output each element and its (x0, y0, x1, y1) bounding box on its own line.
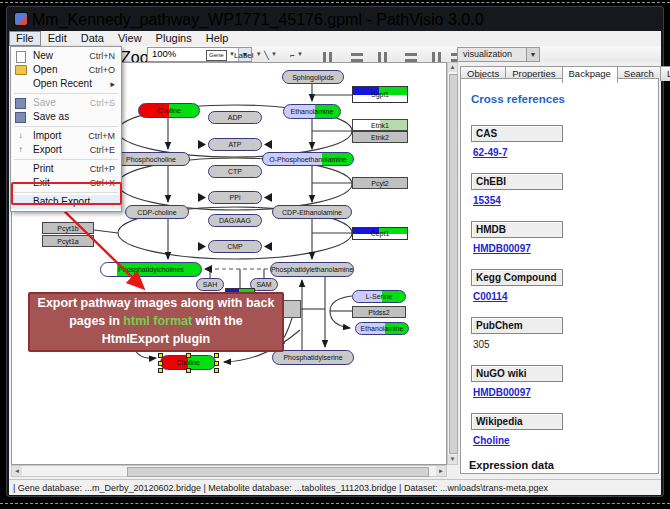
common-height-icon[interactable] (400, 47, 422, 63)
selection-handle[interactable] (214, 353, 219, 358)
pathway-node-phosphatidylserine[interactable]: Phosphatidylserine (272, 350, 354, 365)
pathway-node-pcyt1b[interactable]: Pcyt1b (42, 222, 94, 234)
zoom-value: 100% (152, 48, 176, 59)
menu-file[interactable]: File (9, 31, 41, 46)
align-middle-icon[interactable] (346, 47, 368, 63)
file-menu-item-new[interactable]: NewCtrl+N (11, 49, 121, 63)
menu-data[interactable]: Data (74, 31, 111, 46)
tab-backpage[interactable]: Backpage (562, 66, 618, 83)
menu-help[interactable]: Help (199, 31, 236, 46)
reference-id-link[interactable]: 62-49-7 (473, 147, 658, 158)
file-menu-item-save: SaveCtrl+S (11, 96, 121, 110)
selection-handle[interactable] (158, 353, 163, 358)
menu-view[interactable]: View (111, 31, 149, 46)
reference-section: NuGO wikiHMDB00097 (471, 363, 658, 398)
pathway-node-etnk1[interactable]: Etnk1 (352, 119, 408, 131)
file-menu-item-print[interactable]: PrintCtrl+P (11, 162, 121, 176)
reference-id-link[interactable]: 15354 (473, 195, 658, 206)
pathway-node-ptdss2[interactable]: Ptdss2 (352, 306, 406, 318)
pathway-node-l-serine[interactable]: L-Serine (352, 290, 406, 303)
pathway-node-ethanolamine[interactable]: Ethanolamine (355, 322, 409, 335)
visualization-value: visualization (463, 49, 512, 59)
pathway-node-sgpl1[interactable]: Sgpl1 (352, 86, 408, 103)
chevron-down-icon[interactable]: ▼ (526, 48, 539, 61)
selection-handle[interactable] (158, 361, 163, 366)
node-label: SAH (203, 281, 217, 288)
pathway-node-sah[interactable]: SAH (196, 278, 224, 291)
pathway-node-sphingolipids[interactable]: Sphingolipids (282, 70, 344, 84)
file-menu-item-save-as[interactable]: Save as (11, 110, 121, 124)
visualization-combobox[interactable]: visualization ▼ (457, 47, 540, 62)
pathway-node-ppi[interactable]: PPi (208, 191, 262, 204)
pathway-node-cmp[interactable]: CMP (208, 240, 262, 253)
pathway-node[interactable] (283, 300, 301, 318)
menu-item-spacer (15, 164, 26, 174)
pathway-node-phosphatidylcholines[interactable]: Phosphatidylcholines (100, 262, 202, 277)
cross-references-heading: Cross references (471, 93, 658, 105)
pathway-node-pcyt1a[interactable]: Pcyt1a (42, 235, 94, 247)
pathway-node-choline[interactable]: Choline (160, 355, 216, 370)
pathway-node-atp[interactable]: ATP (208, 138, 262, 151)
pathway-node-cept1[interactable]: Cept1 (352, 227, 408, 240)
connector-tool-icon: ⌐ (290, 51, 295, 60)
horizontal-scroll-thumb[interactable] (127, 467, 429, 477)
align-center-icon[interactable] (318, 47, 340, 63)
vertical-scrollbar[interactable]: ▲ ▼ (447, 62, 458, 465)
menu-item-spacer (15, 79, 26, 89)
pathway-node-phosphatidylethanolamine[interactable]: Phosphatidylethanolamine (270, 262, 354, 277)
reference-source-header: Wikipedia (471, 413, 563, 430)
pathway-node-ethanolamine[interactable]: Ethanolamine (283, 104, 341, 119)
pathway-node-o-phosphoethanolamine[interactable]: O-Phosphoethanolamine (262, 152, 354, 166)
selection-handle[interactable] (158, 368, 163, 373)
screen-top-dashes (0, 2, 670, 3)
pathway-node-cdp-ethanolamine[interactable]: CDP-Ethanolamine (272, 205, 352, 219)
pathway-node-choline[interactable]: Choline (138, 103, 200, 118)
app-icon (15, 13, 27, 25)
scroll-left-icon[interactable]: ◄ (12, 466, 22, 476)
reference-id-link[interactable]: HMDB00097 (473, 243, 658, 254)
pathway-node-pcyt2[interactable]: Pcyt2 (352, 177, 408, 189)
scroll-right-icon[interactable]: ► (436, 466, 446, 476)
node-label: CDP-Ethanolamine (282, 209, 342, 216)
selection-handle[interactable] (186, 353, 191, 358)
menu-item-shortcut: Ctrl+O (89, 63, 115, 77)
pathway-node-adp[interactable]: ADP (208, 111, 262, 124)
node-label: CMP (227, 243, 243, 250)
pathway-node-ctp[interactable]: CTP (208, 165, 262, 178)
file-menu-item-open[interactable]: OpenCtrl+O (11, 63, 121, 77)
new-label-button[interactable]: Label ▼ (233, 47, 263, 62)
menu-item-shortcut: Ctrl+P (90, 162, 115, 176)
pathway-node-etnk2[interactable]: Etnk2 (352, 131, 408, 143)
selection-handle[interactable] (214, 368, 219, 373)
vertical-scroll-thumb[interactable] (449, 74, 458, 454)
tab-legend[interactable]: Legend (660, 66, 670, 81)
reference-id-link[interactable]: HMDB00097 (473, 387, 658, 398)
menu-separator (14, 126, 118, 127)
pathway-node-cdp-choline[interactable]: CDP-choline (125, 205, 189, 219)
reference-id-link[interactable]: Choline (473, 435, 658, 446)
selection-handle[interactable] (186, 368, 191, 373)
node-label: ADP (228, 114, 242, 121)
file-menu-item-export[interactable]: ↑ExportCtrl+E (11, 143, 121, 157)
node-label: Phosphatidylcholines (118, 266, 184, 273)
chevron-down-icon: ▼ (297, 51, 303, 57)
new-datanode-button[interactable]: Gene ▼ (205, 47, 236, 62)
scroll-up-icon[interactable]: ▲ (448, 63, 457, 72)
horizontal-scrollbar[interactable]: ◄ ► (11, 465, 447, 477)
new-connector-button[interactable]: ⌐ ▼ (289, 47, 304, 62)
pathway-node-phosphocholine[interactable]: Phosphocholine (112, 152, 190, 166)
file-menu-item-open-recent[interactable]: Open Recent▸ (11, 77, 121, 91)
menu-item-label: Import (33, 129, 61, 143)
menu-item-shortcut: Ctrl+S (90, 96, 115, 110)
reference-section: Kegg CompoundC00114 (471, 267, 658, 302)
new-line-button[interactable]: ╲ ▼ (263, 47, 278, 62)
file-menu-item-import[interactable]: ↓ImportCtrl+M (11, 129, 121, 143)
common-width-icon[interactable] (373, 47, 395, 63)
selection-handle[interactable] (214, 361, 219, 366)
menu-plugins[interactable]: Plugins (149, 31, 199, 46)
scroll-down-icon[interactable]: ▼ (448, 455, 457, 464)
menu-item-label: Open Recent (33, 77, 92, 91)
reference-id-link[interactable]: C00114 (473, 291, 658, 302)
menu-edit[interactable]: Edit (41, 31, 74, 46)
pathway-node-dag-aag[interactable]: DAG/AAG (208, 214, 262, 227)
